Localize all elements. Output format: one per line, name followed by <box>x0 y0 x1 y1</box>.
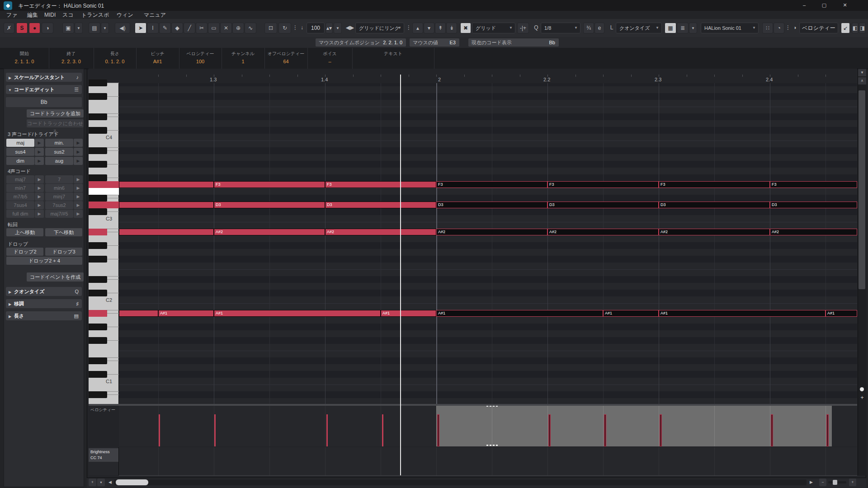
solo-button[interactable]: S <box>16 23 28 33</box>
tool-split[interactable]: ✂ <box>196 23 208 33</box>
black-key[interactable] <box>89 80 107 86</box>
midi-note-F3[interactable] <box>119 181 214 188</box>
move-down-button[interactable]: ▾ <box>424 23 434 33</box>
record-button[interactable]: ● <box>29 23 40 33</box>
lane-options-dropdown[interactable]: ▼ <box>97 479 105 486</box>
velocity-bar[interactable] <box>214 414 216 446</box>
midi-note-A#1[interactable]: A#1 <box>436 310 603 317</box>
grid-link-icon[interactable]: ◀▶ <box>344 23 355 33</box>
menu-5[interactable]: トランスポート <box>79 11 114 19</box>
tool-object-selection[interactable]: ➤ <box>135 23 146 33</box>
add-lane-button[interactable]: + <box>89 479 96 486</box>
midi-note-D3[interactable]: D3 <box>214 202 325 208</box>
add-chord-track-button[interactable]: コードトラックを追加 <box>27 109 84 117</box>
info-field-5[interactable]: ベロシティー100 <box>179 48 222 69</box>
midi-note-A#1[interactable]: A#1 <box>659 310 826 317</box>
chord-type-dim[interactable]: dim <box>6 157 34 165</box>
playhead-cursor[interactable] <box>400 75 401 475</box>
midi-note-A#2[interactable]: A#2 <box>325 229 436 235</box>
midi-note-A#1[interactable]: A#1 <box>214 310 381 317</box>
midi-note-A#2[interactable]: A#2 <box>659 229 770 235</box>
inversion-up-button[interactable]: 上へ移動 <box>6 228 43 236</box>
timeline-ruler[interactable]: 1.31.422.22.32.4 <box>89 69 857 84</box>
velocity-bar[interactable] <box>771 414 773 446</box>
insert-velocity-field[interactable]: 100 <box>307 23 325 33</box>
velocity-bar[interactable] <box>604 414 606 446</box>
insert-velocity-dropdown[interactable]: ▼ <box>334 23 342 33</box>
piano-key-D3-highlight[interactable] <box>89 202 119 208</box>
velocity-bar[interactable] <box>548 414 551 446</box>
toolbar-kebab-icon-3[interactable]: ⋮ <box>785 23 789 33</box>
black-key[interactable] <box>89 161 107 168</box>
section-transpose[interactable]: ▶移調♯ <box>6 299 82 308</box>
mouse-time-position[interactable]: マウスのタイムポジション2. 2. 1. 0 <box>316 38 406 47</box>
menu-2[interactable]: 編集 <box>24 11 42 19</box>
minimize-button[interactable]: – <box>798 1 810 9</box>
midi-note-D3[interactable]: D3 <box>436 202 547 208</box>
black-key[interactable] <box>89 357 107 364</box>
section-chord-edit[interactable]: ▼コードエディット☰ <box>6 85 82 94</box>
menu-1[interactable]: ファイル <box>4 11 24 19</box>
piano-key-F3-highlight[interactable] <box>89 181 119 188</box>
drop-2-button[interactable]: ドロップ2 <box>6 248 43 256</box>
black-key[interactable] <box>89 256 107 263</box>
black-key[interactable] <box>89 208 107 215</box>
inversion-down-button[interactable]: 下へ移動 <box>45 228 82 236</box>
zoom-out-button[interactable]: − <box>819 479 826 486</box>
zoom-in-button[interactable]: + <box>849 479 856 486</box>
midi-note-F3[interactable]: F3 <box>214 181 325 188</box>
info-field-2[interactable]: 終了2. 2. 3. 0 <box>49 48 94 69</box>
midi-note-A#1[interactable]: A#1 <box>158 310 214 317</box>
chord-type-sus4[interactable]: sus4 <box>6 148 34 156</box>
midi-monitor-button[interactable]: ∷ <box>762 23 773 33</box>
info-field-8[interactable]: ボイス– <box>307 48 353 69</box>
midi-note-A#2[interactable]: A#2 <box>547 229 659 235</box>
chord-type-sus2-arrow[interactable]: ▶ <box>74 148 83 156</box>
chord-type-min.-arrow[interactable]: ▶ <box>74 139 83 147</box>
black-key[interactable] <box>89 276 107 283</box>
midi-note-A#2[interactable]: A#2 <box>770 229 857 235</box>
black-key[interactable] <box>89 195 107 202</box>
toolbar-kebab-icon[interactable]: ⋮ <box>292 23 297 33</box>
black-key[interactable] <box>89 113 107 120</box>
midi-input-button[interactable]: ≣ <box>677 23 689 33</box>
velocity-bar[interactable] <box>159 414 160 446</box>
black-key[interactable] <box>89 127 107 134</box>
speaker-button[interactable]: ◀) <box>115 23 130 33</box>
velocity-lane[interactable] <box>119 406 857 446</box>
midi-note-A#1[interactable]: A#1 <box>603 310 659 317</box>
velocity-bar[interactable] <box>660 414 662 446</box>
midi-note-A#1[interactable] <box>119 310 158 317</box>
velocity-bar[interactable] <box>437 414 439 446</box>
loop-button[interactable]: ↻ <box>278 23 291 33</box>
black-key[interactable] <box>89 324 107 330</box>
piano-key-E3-mouse-highlight[interactable] <box>89 188 119 195</box>
insert-velocity-spinner[interactable]: ▴▾ <box>326 23 333 33</box>
velocity-bar[interactable] <box>382 414 383 446</box>
scroll-up-button[interactable]: ∧ <box>858 77 866 84</box>
snap-metric-button[interactable]: -|+ <box>517 23 529 33</box>
tool-erase[interactable]: ◆ <box>171 23 183 33</box>
independent-loop-button[interactable]: ↙ <box>841 23 850 33</box>
velocity-bar[interactable] <box>826 414 829 446</box>
info-value[interactable]: 2. 1. 1. 0 <box>0 59 49 64</box>
tool-curve[interactable]: ∿ <box>245 23 256 33</box>
midi-note-D3[interactable] <box>119 202 214 208</box>
section-length[interactable]: ▶長さ▤ <box>6 311 82 320</box>
tool-draw[interactable]: ✎ <box>159 23 171 33</box>
indicate-transpositions-button[interactable]: ▤ <box>89 23 100 33</box>
info-value[interactable]: – <box>307 59 352 64</box>
move-up-button[interactable]: ▴ <box>412 23 423 33</box>
menu-3[interactable]: MIDI <box>42 11 60 19</box>
chord-type-aug-arrow[interactable]: ▶ <box>74 157 83 165</box>
black-key[interactable] <box>89 371 107 378</box>
menu-7[interactable]: マニュアル <box>141 11 169 19</box>
chord-type-maj-arrow[interactable]: ▶ <box>35 139 44 147</box>
grid-link-select[interactable]: グリッドにリンク▼ <box>355 23 404 33</box>
scroll-left-button[interactable]: ◀ <box>107 479 113 486</box>
menu-4[interactable]: スコア <box>60 11 79 19</box>
midi-note-D3[interactable]: D3 <box>325 202 436 208</box>
auto-scroll-button[interactable]: ⊡ <box>264 23 277 33</box>
toolbar-kebab-icon-2[interactable]: ⋮ <box>406 23 410 33</box>
info-field-1[interactable]: 開始2. 1. 1. 0 <box>0 48 49 69</box>
